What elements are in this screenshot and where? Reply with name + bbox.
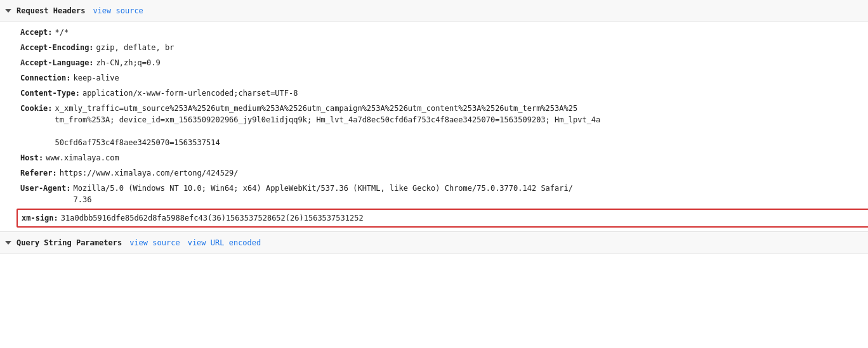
header-name: Referer: [20, 167, 57, 179]
request-headers-title: Request Headers [5, 6, 85, 15]
header-value: 31a0dbb5916dfe85d62d8fa5988efc43(36)1563… [61, 212, 867, 224]
query-view-source-link[interactable]: view source [129, 238, 180, 247]
header-value: Mozilla/5.0 (Windows NT 10.0; Win64; x64… [73, 183, 868, 205]
request-headers-header[interactable]: Request Headers view source [0, 0, 868, 22]
header-name: Host: [20, 152, 43, 164]
view-source-link[interactable]: view source [93, 6, 143, 15]
header-name: Content-Type: [20, 87, 80, 99]
header-value: application/x-www-form-urlencoded;charse… [82, 87, 868, 99]
header-name: xm-sign: [22, 212, 58, 224]
header-row-connection: Connection: keep-alive [20, 70, 868, 86]
header-row-host: Host: www.ximalaya.com [20, 150, 868, 165]
header-value: www.ximalaya.com [46, 152, 868, 164]
header-name: Accept: [20, 27, 53, 38]
headers-table: Accept: */* Accept-Encoding: gzip, defla… [0, 22, 868, 231]
header-value: */* [55, 27, 868, 38]
query-string-parameters-section: Query String Parameters view source view… [0, 231, 868, 254]
header-row-xm-sign: xm-sign: 31a0dbb5916dfe85d62d8fa5988efc4… [16, 209, 868, 228]
header-name: Accept-Language: [20, 57, 94, 68]
header-value: gzip, deflate, br [96, 42, 868, 53]
collapse-icon [5, 9, 11, 13]
header-row-accept-language: Accept-Language: zh-CN,zh;q=0.9 [20, 55, 868, 70]
header-name: User-Agent: [20, 183, 70, 205]
header-row-accept: Accept: */* [20, 25, 868, 40]
request-headers-section: Request Headers view source Accept: */* … [0, 0, 868, 231]
header-row-user-agent: User-Agent: Mozilla/5.0 (Windows NT 10.0… [20, 181, 868, 207]
header-value: keep-alive [73, 72, 868, 84]
header-row-cookie: Cookie: x_xmly_traffic=utm_source%253A%2… [20, 101, 868, 150]
header-row-referer: Referer: https://www.ximalaya.com/ertong… [20, 165, 868, 181]
header-value: x_xmly_traffic=utm_source%253A%2526utm_m… [55, 103, 868, 148]
header-value: zh-CN,zh;q=0.9 [96, 57, 868, 68]
header-row-content-type: Content-Type: application/x-www-form-url… [20, 86, 868, 101]
collapse-icon [5, 241, 11, 245]
header-name: Accept-Encoding: [20, 42, 94, 53]
header-name: Connection: [20, 72, 70, 84]
query-view-url-encoded-link[interactable]: view URL encoded [188, 238, 261, 247]
header-row-accept-encoding: Accept-Encoding: gzip, deflate, br [20, 40, 868, 55]
header-value: https://www.ximalaya.com/ertong/424529/ [60, 167, 868, 179]
header-name: Cookie: [20, 103, 53, 148]
query-string-parameters-title: Query String Parameters [5, 238, 122, 247]
query-string-parameters-header[interactable]: Query String Parameters view source view… [0, 231, 868, 254]
